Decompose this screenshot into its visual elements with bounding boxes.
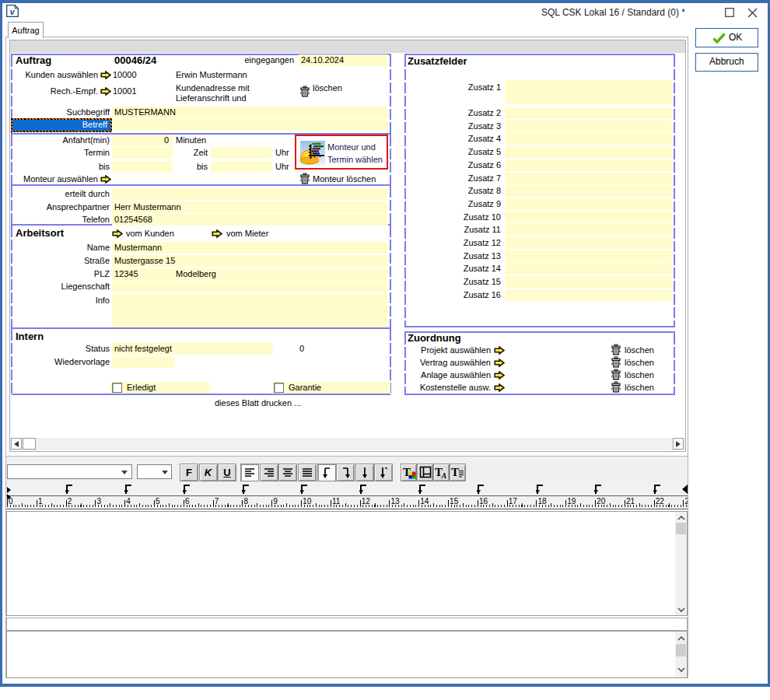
svg-text:T: T [451, 466, 459, 478]
svg-text:A: A [441, 471, 447, 480]
